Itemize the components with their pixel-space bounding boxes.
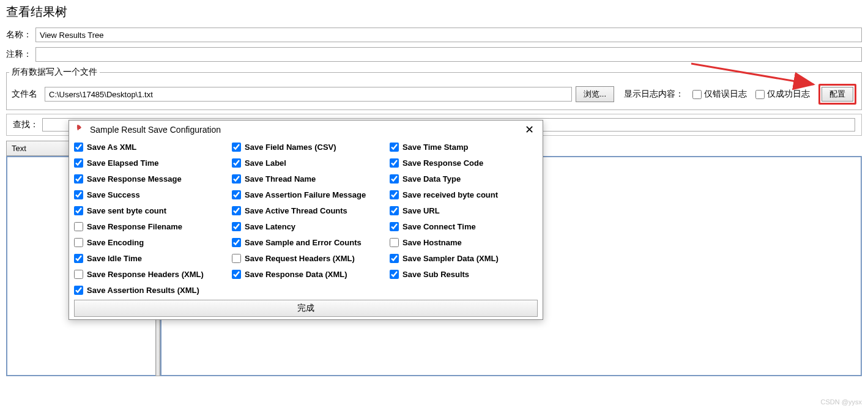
save-option-label: Save Time Stamp [402,143,468,152]
comment-label: 注释： [6,49,35,60]
save-option-checkbox[interactable]: Save Encoding [74,238,232,247]
save-option-label: Save As XML [87,143,136,152]
save-option-checkbox[interactable]: Save Assertion Failure Message [232,190,390,199]
save-option-label: Save Elapsed Time [87,158,159,168]
save-option-label: Save Response Data (XML) [245,270,347,279]
save-option-label: Save Field Names (CSV) [245,143,336,152]
save-option-checkbox[interactable]: Save received byte count [390,190,538,199]
save-option-label: Save Response Filename [87,222,182,231]
options-grid: Save As XMLSave Field Names (CSV)Save Ti… [74,143,538,295]
file-fieldset: 所有数据写入一个文件 文件名 浏览... 显示日志内容： 仅错误日志 仅成功日志… [6,67,862,110]
save-option-checkbox[interactable]: Save Sampler Data (XML) [390,254,538,263]
save-option-label: Save Hostname [402,238,462,247]
dialog-title-text: Sample Result Save Configuration [90,125,221,135]
save-option-checkbox[interactable]: Save Data Type [390,174,538,184]
config-button-highlight: 配置 [818,84,856,105]
save-option-label: Save Sample and Error Counts [245,238,362,247]
save-option-label: Save Label [245,158,286,168]
save-option-checkbox[interactable]: Save Label [232,158,390,168]
name-row: 名称： [0,25,868,45]
save-option-checkbox[interactable]: Save Hostname [390,238,538,247]
file-label: 文件名 [12,89,41,100]
name-input[interactable] [35,28,862,42]
save-option-label: Save Data Type [402,174,461,184]
save-option-label: Save Response Headers (XML) [87,270,204,279]
comment-input[interactable] [35,47,862,62]
save-option-label: Save Assertion Results (XML) [87,286,199,295]
save-option-checkbox[interactable]: Save Request Headers (XML) [232,254,390,263]
save-option-checkbox[interactable]: Save Field Names (CSV) [232,143,390,152]
watermark: CSDN @yysx [821,398,862,406]
page-title: 查看结果树 [0,0,868,25]
fieldset-legend: 所有数据写入一个文件 [9,67,100,78]
save-option-checkbox[interactable]: Save Success [74,190,232,199]
save-option-checkbox[interactable]: Save Time Stamp [390,143,538,152]
save-option-label: Save Request Headers (XML) [245,254,355,263]
save-option-checkbox[interactable]: Save Response Headers (XML) [74,270,232,279]
comment-row: 注释： [0,45,868,64]
save-option-checkbox[interactable]: Save sent byte count [74,206,232,215]
dialog-titlebar[interactable]: Sample Result Save Configuration ✕ [69,121,543,139]
name-label: 名称： [6,29,35,40]
file-path-input[interactable] [45,87,572,102]
save-option-checkbox[interactable]: Save Response Code [390,158,538,168]
save-option-checkbox[interactable]: Save Connect Time [390,222,538,231]
save-option-checkbox[interactable]: Save Sub Results [390,270,538,279]
done-button[interactable]: 完成 [74,300,538,317]
save-option-checkbox[interactable]: Save Latency [232,222,390,231]
save-option-label: Save Assertion Failure Message [245,190,366,199]
close-icon[interactable]: ✕ [522,124,536,135]
logs-label: 显示日志内容： [624,89,684,100]
save-option-checkbox[interactable]: Save Response Filename [74,222,232,231]
save-option-checkbox[interactable]: Save Elapsed Time [74,158,232,168]
save-option-checkbox[interactable]: Save Assertion Results (XML) [74,286,232,295]
save-option-label: Save Response Code [402,158,483,168]
save-option-checkbox[interactable]: Save URL [390,206,538,215]
error-only-checkbox[interactable]: 仅错误日志 [692,89,747,100]
success-only-label: 仅成功日志 [767,89,810,100]
save-option-label: Save Latency [245,222,295,231]
save-option-label: Save Encoding [87,238,144,247]
save-option-checkbox[interactable]: Save Active Thread Counts [232,206,390,215]
browse-button[interactable]: 浏览... [576,86,614,102]
save-option-label: Save Active Thread Counts [245,206,347,215]
save-option-label: Save URL [402,206,440,215]
save-option-checkbox[interactable]: Save Sample and Error Counts [232,238,390,247]
save-option-checkbox[interactable]: Save Idle Time [74,254,232,263]
save-option-label: Save Success [87,190,140,199]
save-option-checkbox[interactable]: Save Thread Name [232,174,390,184]
save-option-label: Save Connect Time [402,222,476,231]
save-option-label: Save Sub Results [402,270,469,279]
success-only-checkbox[interactable]: 仅成功日志 [755,89,810,100]
save-option-label: Save Sampler Data (XML) [402,254,499,263]
config-button[interactable]: 配置 [822,87,853,102]
save-option-label: Save Idle Time [87,254,142,263]
search-label: 查找： [13,119,42,130]
save-option-label: Save Thread Name [245,174,316,184]
save-config-dialog: Sample Result Save Configuration ✕ Save … [69,120,543,320]
error-only-label: 仅错误日志 [704,89,747,100]
save-option-label: Save Response Message [87,174,182,184]
save-option-label: Save received byte count [402,190,498,199]
save-option-checkbox[interactable]: Save As XML [74,143,232,152]
save-option-checkbox[interactable]: Save Response Data (XML) [232,270,390,279]
save-option-checkbox[interactable]: Save Response Message [74,174,232,184]
save-option-label: Save sent byte count [87,206,166,215]
jmeter-icon [75,125,85,135]
